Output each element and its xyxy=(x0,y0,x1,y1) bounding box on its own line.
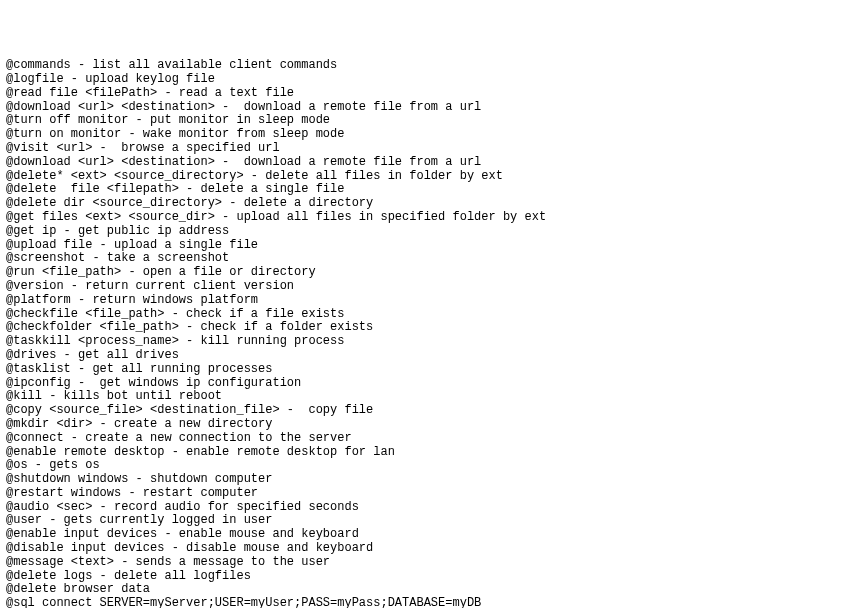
command-line: @mkdir <dir> - create a new directory xyxy=(6,418,845,432)
command-line: @visit <url> - browse a specified url xyxy=(6,142,845,156)
terminal-output: @commands - list all available client co… xyxy=(6,59,845,608)
command-line: @kill - kills bot until reboot xyxy=(6,390,845,404)
command-line: @copy <source_file> <destination_file> -… xyxy=(6,404,845,418)
command-line: @checkfolder <file_path> - check if a fo… xyxy=(6,321,845,335)
command-line: @run <file_path> - open a file or direct… xyxy=(6,266,845,280)
command-line: @version - return current client version xyxy=(6,280,845,294)
command-line: @ipconfig - get windows ip configuration xyxy=(6,377,845,391)
command-line: @user - gets currently logged in user xyxy=(6,514,845,528)
command-line: @enable remote desktop - enable remote d… xyxy=(6,446,845,460)
command-line: @commands - list all available client co… xyxy=(6,59,845,73)
command-line: @delete file <filepath> - delete a singl… xyxy=(6,183,845,197)
command-line: @enable input devices - enable mouse and… xyxy=(6,528,845,542)
command-line: @shutdown windows - shutdown computer xyxy=(6,473,845,487)
command-line: @download <url> <destination> - download… xyxy=(6,101,845,115)
command-line: @download <url> <destination> - download… xyxy=(6,156,845,170)
command-line: @restart windows - restart computer xyxy=(6,487,845,501)
command-line: @delete dir <source_directory> - delete … xyxy=(6,197,845,211)
command-line: @connect - create a new connection to th… xyxy=(6,432,845,446)
command-line: @delete* <ext> <source_directory> - dele… xyxy=(6,170,845,184)
command-line: @drives - get all drives xyxy=(6,349,845,363)
command-line: @disable input devices - disable mouse a… xyxy=(6,542,845,556)
command-line: @platform - return windows platform xyxy=(6,294,845,308)
command-line: @checkfile <file_path> - check if a file… xyxy=(6,308,845,322)
command-line: @get files <ext> <source_dir> - upload a… xyxy=(6,211,845,225)
command-line: @logfile - upload keylog file xyxy=(6,73,845,87)
command-line: @audio <sec> - record audio for specifie… xyxy=(6,501,845,515)
command-line: @turn on monitor - wake monitor from sle… xyxy=(6,128,845,142)
command-line: @turn off monitor - put monitor in sleep… xyxy=(6,114,845,128)
command-line: @os - gets os xyxy=(6,459,845,473)
command-line: @delete logs - delete all logfiles xyxy=(6,570,845,584)
command-line: @taskkill <process_name> - kill running … xyxy=(6,335,845,349)
command-line: @sql connect SERVER=myServer;USER=myUser… xyxy=(6,597,845,608)
command-line: @screenshot - take a screenshot xyxy=(6,252,845,266)
command-line: @message <text> - sends a message to the… xyxy=(6,556,845,570)
command-line: @tasklist - get all running processes xyxy=(6,363,845,377)
command-line: @get ip - get public ip address xyxy=(6,225,845,239)
command-line: @delete browser data xyxy=(6,583,845,597)
command-line: @upload file - upload a single file xyxy=(6,239,845,253)
command-line: @read file <filePath> - read a text file xyxy=(6,87,845,101)
